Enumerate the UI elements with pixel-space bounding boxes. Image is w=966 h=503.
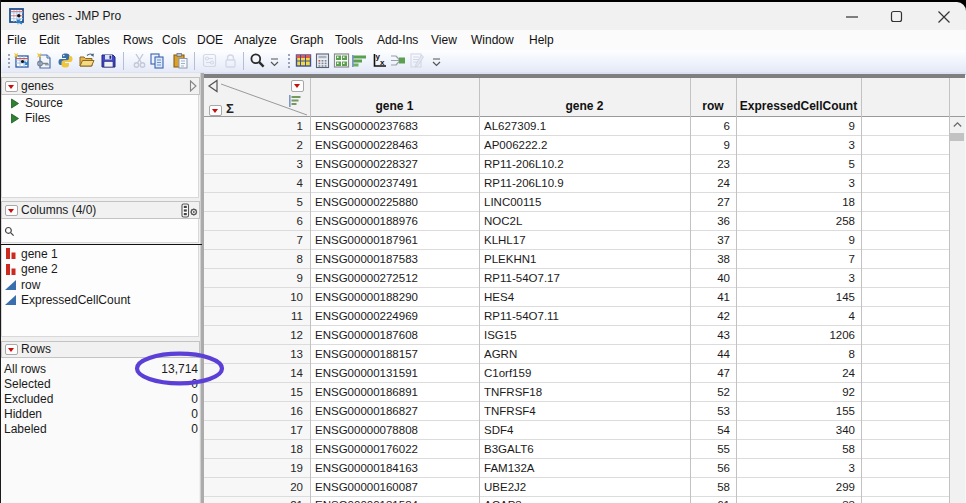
svg-text:x: x xyxy=(380,58,385,67)
